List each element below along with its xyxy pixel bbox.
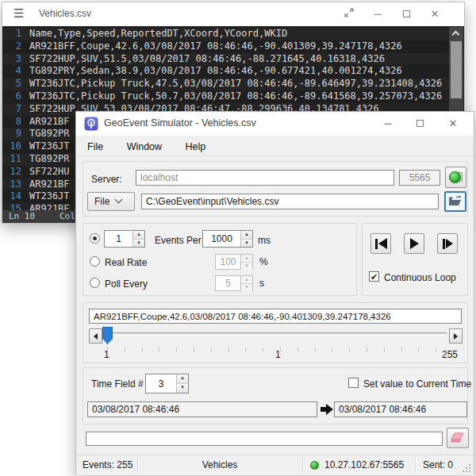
expand-icon[interactable] bbox=[339, 6, 359, 23]
browse-button[interactable] bbox=[444, 191, 466, 212]
connect-button[interactable] bbox=[445, 167, 466, 188]
spinner-buttons: ▲▼ bbox=[240, 276, 252, 290]
spinner-buttons[interactable]: ▲▼ bbox=[132, 231, 144, 247]
line-number: 9 bbox=[2, 128, 29, 140]
status-col-indicator: Col bbox=[60, 211, 75, 221]
step-button[interactable] bbox=[437, 233, 458, 254]
line-number: 12 bbox=[2, 166, 29, 178]
server-label: Server: bbox=[91, 174, 122, 185]
play-button[interactable] bbox=[404, 233, 424, 254]
maximize-box bbox=[403, 10, 410, 17]
scrollbar-thumb[interactable] bbox=[451, 41, 462, 98]
close-icon[interactable]: ✕ bbox=[424, 6, 445, 23]
spinner-buttons: ▲▼ bbox=[240, 255, 252, 269]
source-type-select[interactable]: File bbox=[87, 192, 135, 211]
spinner-down-icon[interactable]: ▼ bbox=[133, 240, 144, 248]
line-text: SF722HUP,SUV,51.5,03/08/2017 08:46:46,-8… bbox=[29, 53, 385, 66]
status-divider bbox=[302, 458, 303, 473]
spinner-up-icon: ▲ bbox=[241, 255, 252, 263]
menu-window[interactable]: Window bbox=[122, 140, 167, 154]
chevron-down-icon bbox=[114, 196, 122, 204]
time-field-spinner[interactable]: 3 ▲▼ bbox=[145, 374, 189, 393]
close-icon[interactable]: ✕ bbox=[441, 115, 465, 132]
hamburger-menu-icon[interactable]: ☰ bbox=[13, 6, 24, 21]
resize-grip[interactable] bbox=[463, 464, 471, 473]
line-text: TG892PR bbox=[29, 153, 70, 166]
spinner-buttons[interactable]: ▲▼ bbox=[176, 374, 188, 393]
file-path-field[interactable]: C:\GeoEvent\input\Vehicles.csv bbox=[141, 194, 439, 209]
current-time-checkbox[interactable] bbox=[348, 378, 359, 388]
real-rate-radio[interactable] bbox=[90, 256, 100, 267]
spinner-up-icon[interactable]: ▲ bbox=[133, 231, 144, 240]
editor-line: 1Name,Type,Speed,ReportedDT,XCoord,YCoor… bbox=[2, 28, 464, 40]
current-time-label: Set value to Current Time bbox=[363, 378, 471, 390]
status-line-indicator: Ln 10 bbox=[9, 211, 35, 221]
minimize-icon[interactable]: ─ bbox=[367, 6, 388, 23]
spinner-up-icon: ▲ bbox=[241, 276, 252, 284]
connection-group: Server: localhost 5565 File C:\GeoEvent\… bbox=[83, 161, 468, 217]
event-preview-group: AR921BFF,Coupe,42.6,03/08/2017 08:46:46,… bbox=[83, 302, 468, 363]
arrow-right-icon bbox=[321, 404, 333, 415]
time-field-label: Time Field # bbox=[91, 378, 144, 390]
line-number: 4 bbox=[2, 65, 29, 78]
spinner-down-icon[interactable]: ▼ bbox=[177, 384, 188, 393]
interval-spinner[interactable]: 1000 ▲▼ bbox=[202, 230, 253, 248]
line-text: AR921BF bbox=[29, 178, 70, 191]
input-name: Vehicles bbox=[137, 455, 302, 475]
scroll-up-icon[interactable] bbox=[452, 31, 460, 39]
events-per-radio[interactable] bbox=[90, 233, 100, 244]
geoevent-logo-icon bbox=[84, 117, 98, 131]
spinner-buttons[interactable]: ▲▼ bbox=[240, 231, 252, 247]
maximize-icon[interactable] bbox=[408, 115, 432, 132]
continuous-loop-checkbox[interactable]: ✔ bbox=[369, 271, 379, 282]
seconds-unit-label: s bbox=[259, 278, 264, 289]
arrow-head bbox=[326, 404, 333, 415]
message-field[interactable] bbox=[86, 432, 443, 446]
line-text: WT236JTC,Pickup Truck,50.7,03/08/2017 08… bbox=[29, 90, 442, 103]
output-time-field[interactable]: 03/08/2017 08:46:46 bbox=[334, 401, 467, 417]
line-text: AR921BF bbox=[29, 116, 70, 129]
spinner-up-icon[interactable]: ▲ bbox=[177, 374, 188, 384]
line-number: 3 bbox=[2, 53, 29, 66]
line-number: 8 bbox=[2, 116, 29, 129]
ms-unit-label: ms bbox=[258, 235, 271, 246]
menu-file[interactable]: File bbox=[83, 140, 108, 154]
line-number: 14 bbox=[2, 190, 29, 203]
open-folder-icon bbox=[448, 195, 463, 207]
poll-interval-value: 5 bbox=[216, 278, 240, 289]
spinner-up-icon[interactable]: ▲ bbox=[241, 231, 252, 240]
rate-group: 1 ▲▼ Events Per 1000 ▲▼ ms Real Rate 100… bbox=[83, 223, 357, 296]
clear-button[interactable] bbox=[447, 428, 469, 448]
spinner-down-icon: ▼ bbox=[241, 263, 252, 270]
line-text: WT236JTC,Pickup Truck,47.5,03/08/2017 08… bbox=[29, 78, 442, 90]
events-count-spinner[interactable]: 1 ▲▼ bbox=[104, 230, 145, 248]
minimize-icon[interactable]: ─ bbox=[376, 115, 400, 132]
server-port-field: 5565 bbox=[399, 170, 440, 186]
slider-left-arrow[interactable] bbox=[89, 328, 102, 344]
maximize-icon[interactable] bbox=[396, 6, 416, 23]
real-rate-label: Real Rate bbox=[105, 257, 147, 268]
poll-every-label: Poll Every bbox=[105, 278, 148, 290]
line-text: AR921BF bbox=[29, 203, 70, 210]
line-text: WT236JT bbox=[29, 190, 70, 203]
line-number: 6 bbox=[2, 90, 29, 103]
spinner-down-icon: ▼ bbox=[241, 284, 252, 291]
line-text: AR921BFF,Coupe,42.6,03/08/2017 08:46:46,… bbox=[29, 40, 402, 53]
event-preview-field[interactable]: AR921BFF,Coupe,42.6,03/08/2017 08:46:46,… bbox=[89, 309, 462, 324]
slider-max-label: 255 bbox=[442, 349, 458, 360]
slider-track[interactable] bbox=[104, 332, 447, 336]
slider-thumb[interactable] bbox=[102, 327, 113, 344]
spinner-down-icon[interactable]: ▼ bbox=[241, 240, 252, 248]
arrow-shaft bbox=[321, 407, 326, 412]
poll-every-radio[interactable] bbox=[90, 278, 100, 288]
endpoint: 10.27.102.67:5565 bbox=[324, 455, 404, 475]
maximize-box bbox=[416, 120, 424, 127]
playback-group: ✔ Continuous Loop bbox=[362, 223, 468, 296]
interval-value: 1000 bbox=[203, 233, 240, 244]
slider-right-arrow[interactable] bbox=[449, 328, 463, 344]
editor-line: 6WT236JTC,Pickup Truck,50.7,03/08/2017 0… bbox=[2, 90, 464, 103]
menu-help[interactable]: Help bbox=[181, 140, 211, 154]
simulator-titlebar: GeoEvent Simulator - Vehicles.csv ─ ✕ bbox=[76, 112, 474, 136]
line-number: 13 bbox=[2, 178, 29, 191]
skip-to-start-button[interactable] bbox=[370, 233, 391, 254]
